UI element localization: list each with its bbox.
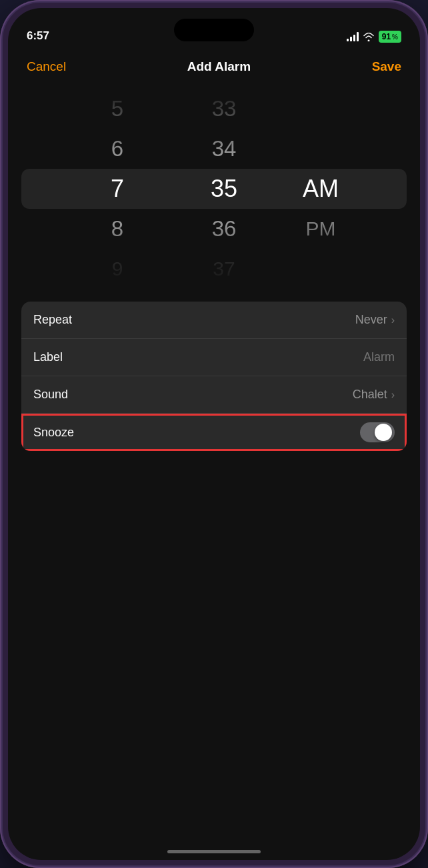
picker-item[interactable]	[277, 289, 364, 292]
picker-item[interactable]: 5	[64, 89, 171, 129]
save-button[interactable]: Save	[372, 59, 401, 74]
chevron-right-icon: ›	[391, 389, 395, 401]
picker-item[interactable]: 33	[171, 89, 277, 129]
sound-label: Sound	[33, 388, 68, 402]
picker-item[interactable]: 6	[64, 129, 171, 169]
cancel-button[interactable]: Cancel	[27, 59, 66, 74]
picker-item[interactable]	[277, 129, 364, 169]
battery-icon: 91 %	[379, 31, 401, 43]
sound-value-text: Chalet	[353, 388, 387, 402]
repeat-value-text: Never	[355, 313, 387, 327]
battery-lightning: %	[392, 33, 398, 41]
snooze-label: Snooze	[33, 426, 74, 440]
signal-icon	[347, 32, 359, 41]
picker-item[interactable]	[277, 89, 364, 129]
sound-value[interactable]: Chalet ›	[353, 388, 395, 402]
picker-item-pm[interactable]: PM	[277, 209, 364, 249]
status-icons: 91 %	[347, 31, 401, 43]
status-time: 6:57	[27, 29, 49, 43]
nav-bar: Cancel Add Alarm Save	[8, 48, 420, 85]
chevron-right-icon: ›	[391, 314, 395, 326]
settings-list: Repeat Never › Label Alarm Sound Chalet …	[21, 302, 407, 451]
picker-item[interactable]: 37	[171, 249, 277, 289]
picker-item[interactable]: 36	[171, 209, 277, 249]
repeat-label: Repeat	[33, 313, 72, 327]
label-row[interactable]: Label Alarm	[21, 339, 407, 376]
page-title: Add Alarm	[187, 59, 251, 74]
picker-item[interactable]: 34	[171, 129, 277, 169]
time-picker[interactable]: 4 5 6 7 8 9 10 32 33 34 35 36 37 38	[21, 85, 407, 292]
sound-row[interactable]: Sound Chalet ›	[21, 376, 407, 414]
picker-item[interactable]: 9	[64, 249, 171, 289]
home-indicator	[167, 850, 261, 853]
battery-percent: 91	[382, 32, 391, 41]
repeat-value[interactable]: Never ›	[355, 313, 395, 327]
label-value-placeholder: Alarm	[363, 350, 395, 364]
picker-item[interactable]: 38	[171, 289, 277, 292]
snooze-row[interactable]: Snooze	[21, 414, 407, 451]
phone-frame: 6:57 91 % Can	[0, 0, 428, 868]
label-label: Label	[33, 350, 63, 364]
snooze-toggle[interactable]	[360, 422, 395, 442]
picker-item[interactable]: 8	[64, 209, 171, 249]
picker-item[interactable]: 10	[64, 289, 171, 292]
picker-item[interactable]	[277, 249, 364, 289]
wifi-icon	[363, 33, 375, 41]
picker-highlight	[21, 169, 407, 209]
repeat-row[interactable]: Repeat Never ›	[21, 302, 407, 339]
screen: 6:57 91 % Can	[8, 8, 420, 860]
toggle-thumb	[375, 424, 392, 441]
dynamic-island	[174, 19, 254, 41]
